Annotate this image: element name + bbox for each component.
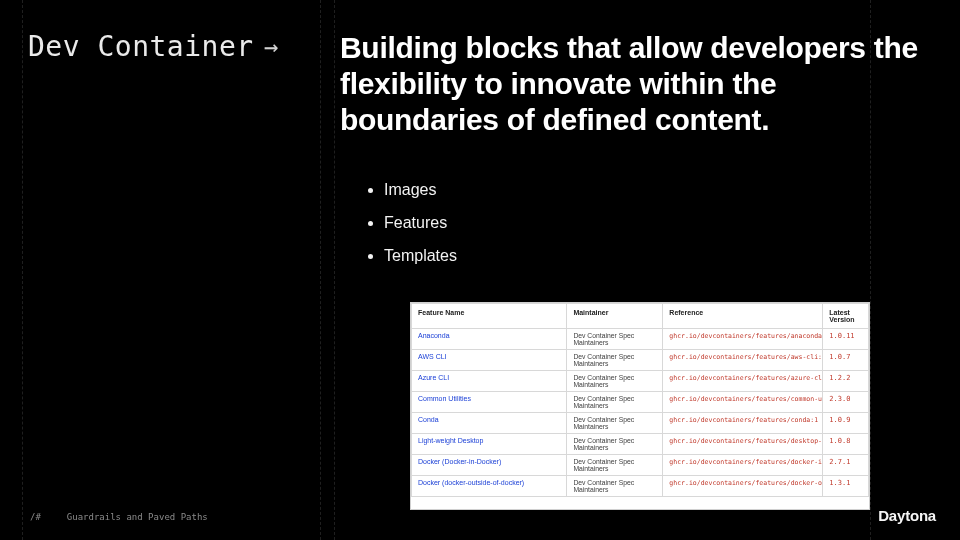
arrow-right-icon: → bbox=[264, 33, 279, 61]
cell-feature-name: AWS CLI bbox=[412, 350, 567, 371]
cell-feature-name: Common Utilities bbox=[412, 392, 567, 413]
page-marker: /# bbox=[30, 512, 41, 522]
col-maintainer: Maintainer bbox=[567, 304, 663, 329]
cell-reference: ghcr.io/devcontainers/features/conda:1 bbox=[663, 413, 823, 434]
cell-feature-name: Anaconda bbox=[412, 329, 567, 350]
cell-version: 1.0.8 bbox=[823, 434, 869, 455]
bullet-item: Templates bbox=[384, 240, 920, 273]
slide-title: Dev Container → bbox=[28, 30, 279, 63]
col-reference: Reference bbox=[663, 304, 823, 329]
cell-maintainer: Dev Container Spec Maintainers bbox=[567, 413, 663, 434]
cell-reference: ghcr.io/devcontainers/features/common-ut… bbox=[663, 392, 823, 413]
headline: Building blocks that allow developers th… bbox=[340, 30, 920, 138]
main-content: Building blocks that allow developers th… bbox=[340, 30, 920, 272]
cell-reference: ghcr.io/devcontainers/features/anaconda:… bbox=[663, 329, 823, 350]
cell-maintainer: Dev Container Spec Maintainers bbox=[567, 392, 663, 413]
table-row: Common UtilitiesDev Container Spec Maint… bbox=[412, 392, 869, 413]
cell-version: 1.0.7 bbox=[823, 350, 869, 371]
footer: /# Guardrails and Paved Paths bbox=[30, 512, 208, 522]
features-table: Feature Name Maintainer Reference Latest… bbox=[411, 303, 869, 497]
table-row: Light-weight DesktopDev Container Spec M… bbox=[412, 434, 869, 455]
table-row: CondaDev Container Spec Maintainersghcr.… bbox=[412, 413, 869, 434]
cell-maintainer: Dev Container Spec Maintainers bbox=[567, 371, 663, 392]
cell-version: 2.3.0 bbox=[823, 392, 869, 413]
cell-maintainer: Dev Container Spec Maintainers bbox=[567, 455, 663, 476]
table-row: Azure CLIDev Container Spec Maintainersg… bbox=[412, 371, 869, 392]
cell-feature-name: Docker (docker-outside-of-docker) bbox=[412, 476, 567, 497]
col-feature-name: Feature Name bbox=[412, 304, 567, 329]
cell-feature-name: Light-weight Desktop bbox=[412, 434, 567, 455]
bullet-item: Features bbox=[384, 207, 920, 240]
cell-reference: ghcr.io/devcontainers/features/desktop-l… bbox=[663, 434, 823, 455]
cell-feature-name: Docker (Docker-in-Docker) bbox=[412, 455, 567, 476]
cell-feature-name: Azure CLI bbox=[412, 371, 567, 392]
cell-version: 2.7.1 bbox=[823, 455, 869, 476]
cell-reference: ghcr.io/devcontainers/features/docker-in… bbox=[663, 455, 823, 476]
bullet-item: Images bbox=[384, 174, 920, 207]
cell-reference: ghcr.io/devcontainers/features/azure-cli… bbox=[663, 371, 823, 392]
col-version: Latest Version bbox=[823, 304, 869, 329]
table-row: Docker (Docker-in-Docker)Dev Container S… bbox=[412, 455, 869, 476]
cell-version: 1.2.2 bbox=[823, 371, 869, 392]
cell-maintainer: Dev Container Spec Maintainers bbox=[567, 329, 663, 350]
cell-version: 1.3.1 bbox=[823, 476, 869, 497]
table-row: AnacondaDev Container Spec Maintainersgh… bbox=[412, 329, 869, 350]
table-header-row: Feature Name Maintainer Reference Latest… bbox=[412, 304, 869, 329]
table-row: AWS CLIDev Container Spec Maintainersghc… bbox=[412, 350, 869, 371]
layout-guide-left bbox=[22, 0, 23, 540]
table-row: Docker (docker-outside-of-docker)Dev Con… bbox=[412, 476, 869, 497]
cell-maintainer: Dev Container Spec Maintainers bbox=[567, 350, 663, 371]
bullet-list: Images Features Templates bbox=[340, 174, 920, 272]
cell-maintainer: Dev Container Spec Maintainers bbox=[567, 434, 663, 455]
cell-reference: ghcr.io/devcontainers/features/docker-ou… bbox=[663, 476, 823, 497]
brand-logo: Daytona bbox=[878, 507, 936, 524]
slide-title-text: Dev Container bbox=[28, 30, 254, 63]
cell-maintainer: Dev Container Spec Maintainers bbox=[567, 476, 663, 497]
cell-version: 1.0.11 bbox=[823, 329, 869, 350]
footer-subtitle: Guardrails and Paved Paths bbox=[67, 512, 208, 522]
cell-version: 1.0.9 bbox=[823, 413, 869, 434]
cell-feature-name: Conda bbox=[412, 413, 567, 434]
cell-reference: ghcr.io/devcontainers/features/aws-cli:1 bbox=[663, 350, 823, 371]
features-table-screenshot: Feature Name Maintainer Reference Latest… bbox=[410, 302, 870, 510]
